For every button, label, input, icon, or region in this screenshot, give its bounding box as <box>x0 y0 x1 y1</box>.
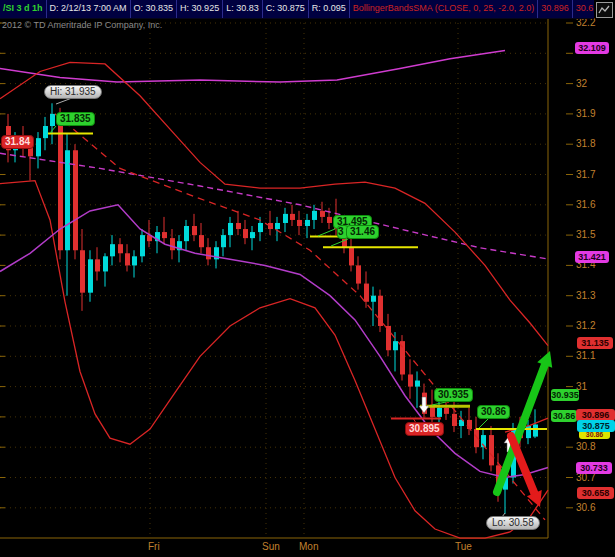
study-name-label[interactable]: BollingerBandsSMA (CLOSE, 0, 25, -2.0, 2… <box>350 0 539 18</box>
y-axis-tick-label: 31.5 <box>576 229 595 240</box>
price-alert-label[interactable]: 31.84 <box>1 135 34 149</box>
chart-header-toolbar: /SI 3 d 1h D: 2/12/13 7:00 AM O: 30.835 … <box>0 0 594 19</box>
axis-bubble-red: 31.135 <box>577 337 613 349</box>
y-axis-tick-label: 31.1 <box>576 350 595 361</box>
axis-bubble-red: 30.658 <box>577 487 614 499</box>
symbol-timeframe-label[interactable]: /SI 3 d 1h <box>0 0 47 18</box>
bar-high-label: H: 30.925 <box>177 0 223 18</box>
axis-bubble-green: 30.86 <box>551 410 577 422</box>
x-axis-day-label: Sun <box>262 541 280 552</box>
y-axis-tick-label: 32 <box>576 78 587 89</box>
study-lower-value: 30.6... <box>573 0 594 18</box>
price-level-label[interactable]: 31.835 <box>56 112 95 126</box>
low-marker-bubble: Lo: 30.58 <box>486 516 540 530</box>
x-axis-day-label: Mon <box>299 541 318 552</box>
bar-open-label: O: 30.835 <box>131 0 178 18</box>
axis-bubble-last-price: 30.875 <box>577 420 615 432</box>
axis-bubble-magenta: 32.109 <box>575 42 609 54</box>
y-axis-tick-label: 31.7 <box>576 169 595 180</box>
x-axis-day-label: Fri <box>148 541 160 552</box>
axis-bubble-magenta: 31.421 <box>575 251 609 263</box>
price-level-label[interactable]: 30.935 <box>434 388 473 402</box>
x-axis-day-label: Tue <box>455 541 472 552</box>
axis-bubble-green: 30.935 <box>551 389 579 401</box>
price-level-label[interactable]: 31.46 <box>346 225 379 239</box>
y-axis-tick-label: 31.3 <box>576 290 595 301</box>
y-axis-tick-label: 31.6 <box>576 199 595 210</box>
y-axis-tick-label: 30.8 <box>576 441 595 452</box>
bar-range-label: R: 0.095 <box>309 0 350 18</box>
bar-close-label: C: 30.875 <box>263 0 309 18</box>
chart-annotations-layer: 32.23231.931.831.731.631.531.431.331.231… <box>0 0 615 557</box>
study-upper-value: 30.896 <box>538 0 573 18</box>
bar-low-label: L: 30.83 <box>223 0 263 18</box>
y-axis-tick-label: 31.8 <box>576 138 595 149</box>
price-level-label[interactable]: 30.86 <box>477 405 510 419</box>
price-alert-label[interactable]: 30.895 <box>405 422 444 436</box>
y-axis-tick-label: 31.9 <box>576 108 595 119</box>
y-axis-tick-label: 30.6 <box>576 502 595 513</box>
chart-style-icon[interactable] <box>596 2 613 18</box>
high-marker-bubble: Hi: 31.935 <box>44 85 102 99</box>
bar-date-label: D: 2/12/13 7:00 AM <box>47 0 131 18</box>
axis-bubble-magenta: 30.733 <box>576 462 612 474</box>
y-axis-tick-label: 31.2 <box>576 320 595 331</box>
chart-window: 2012 © TD Ameritrade IP Company, Inc. 32… <box>0 0 615 557</box>
